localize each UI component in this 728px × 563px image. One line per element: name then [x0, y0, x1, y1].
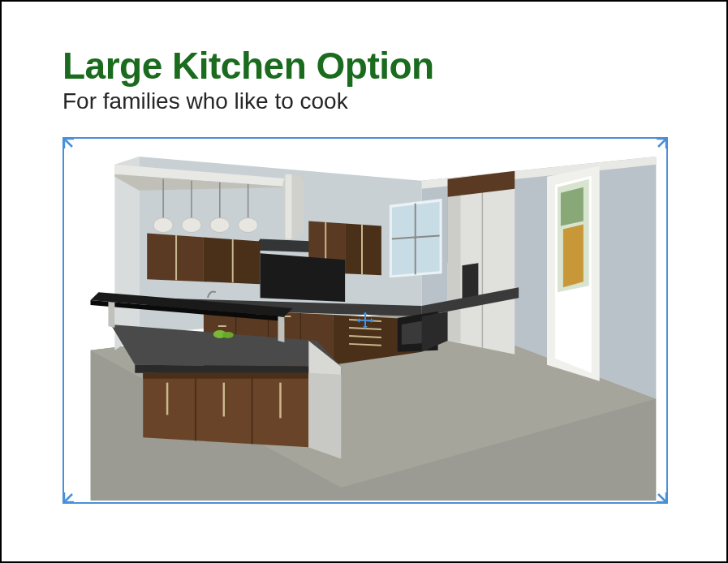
- svg-marker-25: [345, 224, 381, 276]
- svg-point-9: [153, 218, 173, 233]
- svg-marker-43: [261, 254, 346, 303]
- svg-point-13: [210, 218, 230, 233]
- svg-rect-17: [285, 174, 291, 239]
- svg-marker-69: [143, 373, 308, 379]
- svg-marker-78: [278, 316, 284, 342]
- svg-point-67: [222, 332, 234, 338]
- selection-center-handle[interactable]: [355, 311, 375, 330]
- selection-handle-bl[interactable]: [62, 489, 77, 504]
- svg-marker-26: [361, 225, 363, 275]
- slide-subtitle: For families who like to cook: [62, 88, 666, 114]
- selected-image-frame[interactable]: [62, 137, 668, 504]
- selection-handle-br[interactable]: [653, 489, 668, 504]
- selection-handle-tl[interactable]: [62, 137, 77, 152]
- slide-title: Large Kitchen Option: [62, 46, 666, 85]
- svg-marker-19: [147, 234, 204, 282]
- selection-handle-tr[interactable]: [653, 137, 668, 152]
- svg-marker-22: [232, 239, 234, 283]
- svg-marker-77: [108, 302, 114, 328]
- svg-marker-76: [308, 373, 341, 459]
- svg-marker-42: [561, 187, 584, 226]
- svg-marker-34: [448, 187, 461, 342]
- svg-point-15: [239, 218, 258, 233]
- svg-point-11: [182, 218, 201, 233]
- svg-marker-21: [204, 238, 261, 285]
- svg-marker-20: [175, 235, 177, 281]
- svg-marker-41: [563, 225, 584, 288]
